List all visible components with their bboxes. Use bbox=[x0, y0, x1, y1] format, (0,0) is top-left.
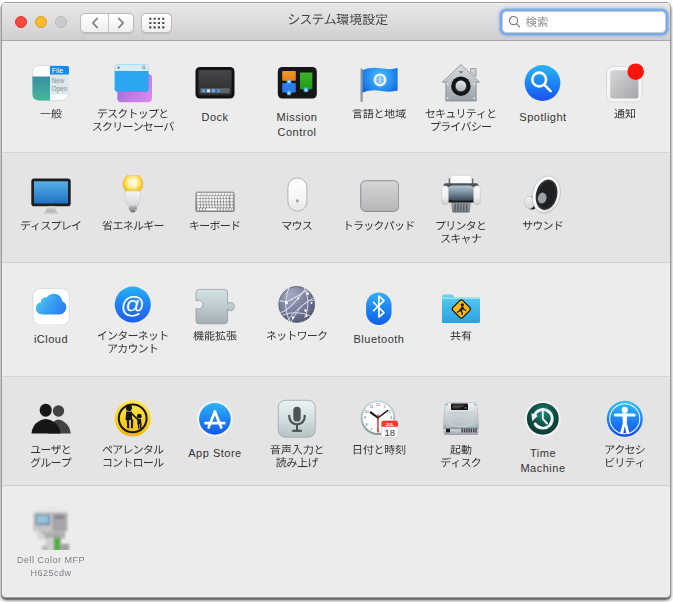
svg-text:1: 1 bbox=[384, 404, 386, 409]
svg-text:@: @ bbox=[121, 291, 145, 318]
svg-text:7: 7 bbox=[370, 427, 372, 432]
svg-text:2: 2 bbox=[388, 409, 390, 414]
svg-text:File: File bbox=[52, 67, 63, 74]
svg-text:Open: Open bbox=[52, 85, 68, 93]
svg-text:12: 12 bbox=[376, 402, 380, 407]
svg-text:3: 3 bbox=[390, 415, 392, 420]
svg-text:11: 11 bbox=[369, 404, 373, 409]
svg-text:18: 18 bbox=[384, 427, 395, 438]
svg-text:9: 9 bbox=[364, 415, 366, 420]
svg-text:8: 8 bbox=[366, 422, 368, 427]
svg-text:New: New bbox=[52, 77, 65, 84]
